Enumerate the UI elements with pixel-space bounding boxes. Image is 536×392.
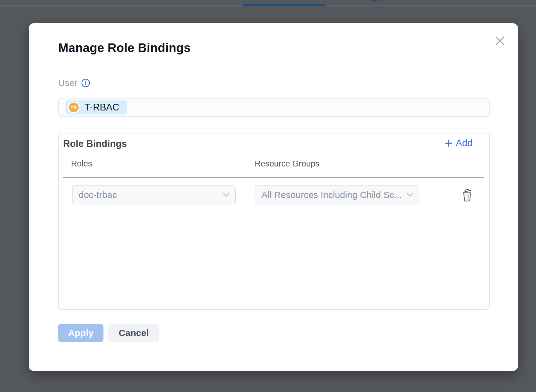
selected-user-chip[interactable]: TR T-RBAC [66,100,127,114]
add-button-label: Add [456,138,473,149]
background-active-tab-indicator [243,4,325,6]
column-header-roles: Roles [71,159,92,169]
delete-row-button[interactable] [460,188,474,203]
cancel-button[interactable]: Cancel [108,324,159,342]
role-bindings-section-title: Role Bindings [63,138,127,149]
role-bindings-panel: Role Bindings Add Roles Resource Groups … [58,133,490,310]
apply-button[interactable]: Apply [58,324,103,342]
plus-icon [445,139,453,147]
add-role-binding-button[interactable]: Add [445,138,473,149]
user-select-field[interactable]: TR T-RBAC [58,98,490,117]
table-header-divider [63,177,484,178]
column-header-resource-groups: Resource Groups [255,159,320,169]
chevron-down-icon [406,192,414,198]
dialog-title: Manage Role Bindings [58,41,191,55]
close-button[interactable] [490,31,510,50]
resource-group-select[interactable]: All Resources Including Child Sc... [255,185,419,204]
user-avatar: TR [68,102,80,113]
user-chip-label: T-RBAC [84,102,119,113]
chevron-down-icon [222,192,230,198]
role-select[interactable]: doc-trbac [72,185,236,204]
resource-group-select-value: All Resources Including Child Sc... [261,190,402,200]
trash-icon [461,188,473,202]
background-tab-label-fragment [372,0,377,2]
close-icon [495,35,505,46]
role-binding-row: doc-trbac All Resources Including Child … [59,185,489,204]
info-icon[interactable] [81,78,90,88]
role-select-value: doc-trbac [79,190,117,200]
user-field-label: User [58,78,77,88]
manage-role-bindings-dialog: Manage Role Bindings User TR T-RBAC Role… [29,23,518,371]
